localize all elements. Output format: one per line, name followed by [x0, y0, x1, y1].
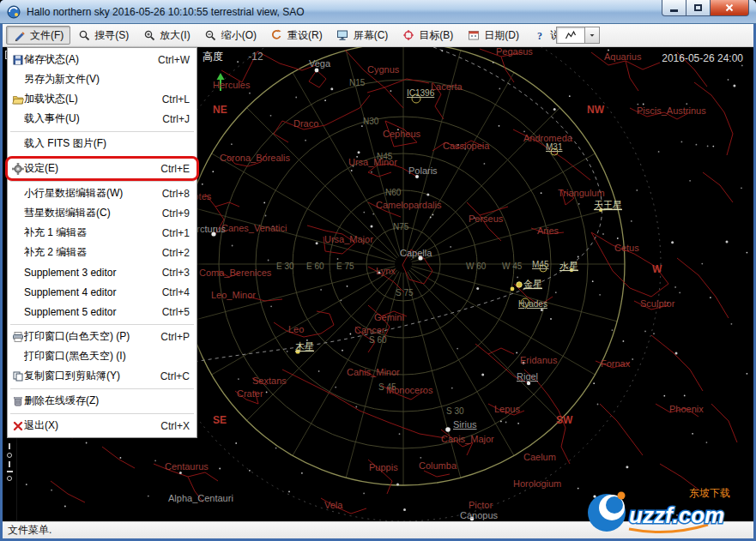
sky-label: Triangulum	[558, 188, 605, 198]
file-menu-item-彗星数据编辑器(C)[interactable]: 彗星数据编辑器(C)Ctrl+9	[8, 203, 197, 223]
menubar-item-文件(F)[interactable]: 文件(F)	[6, 26, 70, 45]
menubar-item-重设(R)[interactable]: 重设(R)	[263, 26, 330, 45]
exit-icon	[11, 419, 24, 432]
menu-item-shortcut: Ctrl+C	[160, 370, 190, 382]
toolbar-circle-icon[interactable]	[7, 453, 12, 458]
menu-item-label: 小行星数据编辑器(W)	[24, 186, 154, 201]
chart-mode-dropdown[interactable]	[585, 27, 600, 44]
menu-item-shortcut: Ctrl+9	[162, 207, 190, 219]
maximize-button[interactable]	[686, 0, 711, 16]
file-menu-item-另存为新文件(V)[interactable]: 另存为新文件(V)	[8, 69, 197, 89]
star-dot	[541, 309, 543, 311]
menu-item-label: 补充 2 编辑器	[24, 245, 154, 260]
sky-label: Eridanus	[520, 355, 558, 365]
menubar-item-搜寻(S)[interactable]: 搜寻(S)	[70, 26, 136, 45]
file-menu-item-复制窗口到剪贴簿(Y)[interactable]: 复制窗口到剪贴簿(Y)Ctrl+C	[8, 366, 197, 386]
trash-icon	[11, 394, 24, 407]
window-title: Hallo northern sky 2016-05-26 10:10:55 t…	[27, 6, 305, 18]
menu-item-shortcut: Ctrl+8	[162, 188, 190, 200]
sky-label: 水星	[559, 261, 578, 271]
watermark-site: uzzf.com	[629, 502, 724, 528]
star-dot	[358, 151, 360, 153]
star-dot	[644, 331, 646, 333]
star-dot	[26, 484, 27, 485]
sky-label: W	[652, 263, 662, 275]
file-menu-item-Supplement 4 editor[interactable]: Supplement 4 editorCtrl+4	[8, 282, 197, 302]
chart-mode-button[interactable]	[556, 27, 585, 44]
star-dot	[500, 421, 502, 423]
star-dot	[681, 141, 683, 143]
app-icon	[7, 5, 21, 19]
grid-spoke	[408, 73, 514, 257]
menubar-item-目标(B)[interactable]: 目标(B)	[395, 26, 460, 45]
file-menu-item-储存状态(A)[interactable]: 储存状态(A)Ctrl+W	[8, 50, 197, 69]
star-dot	[432, 214, 434, 216]
menu-item-shortcut: Ctrl+L	[162, 93, 190, 105]
star-dot	[569, 95, 571, 97]
sky-label: SW	[556, 414, 573, 426]
star-dot	[396, 484, 399, 486]
menu-item-label: 载入 FITS 图片(F)	[24, 136, 181, 151]
toolbar-circle-icon[interactable]	[7, 476, 12, 481]
sky-label: NW	[587, 104, 605, 116]
file-menu-item-Supplement 3 editor[interactable]: Supplement 3 editorCtrl+3	[8, 262, 197, 282]
file-menu-item-设定(E)[interactable]: 设定(E)Ctrl+E	[8, 159, 197, 178]
menubar-item-放大(I)[interactable]: 放大(I)	[136, 26, 197, 45]
grid-spoke	[412, 267, 618, 322]
minimize-icon	[670, 9, 678, 12]
star-dot	[371, 171, 372, 173]
menubar-item-缩小(O)[interactable]: 缩小(O)	[197, 26, 263, 45]
star-dot	[476, 287, 479, 290]
file-menu-item-载入 FITS 图片(F)[interactable]: 载入 FITS 图片(F)	[8, 134, 197, 153]
toolbar-dash-icon[interactable]	[7, 471, 13, 472]
constellation-line	[309, 70, 326, 87]
minimize-button[interactable]	[662, 0, 686, 16]
star-dot	[399, 433, 401, 435]
file-menu-item-打印窗口(白色天空) (P)[interactable]: 打印窗口(白色天空) (P)Ctrl+P	[8, 327, 197, 346]
star-dot	[450, 246, 451, 248]
file-menu-item-补充 2 编辑器[interactable]: 补充 2 编辑器Ctrl+2	[8, 243, 197, 262]
star-dot	[219, 468, 221, 470]
menubar-item-屏幕(C)[interactable]: 屏幕(C)	[330, 26, 396, 45]
star-dot	[390, 90, 392, 92]
file-menu-item-打印窗口(黑色天空) (I)[interactable]: 打印窗口(黑色天空) (I)	[8, 346, 197, 366]
star-dot	[741, 65, 743, 67]
constellation-line	[651, 335, 703, 391]
blank-icon	[11, 226, 24, 239]
sky-label: E 75	[336, 261, 354, 271]
sky-label: Sextans	[252, 376, 287, 386]
file-menu-item-Supplement 5 editor[interactable]: Supplement 5 editorCtrl+5	[8, 302, 197, 322]
blank-icon	[11, 305, 24, 318]
file-menu-item-加载状态(L)[interactable]: 加载状态(L)Ctrl+L	[8, 89, 197, 109]
gear-icon	[11, 162, 24, 175]
sky-label: N75	[393, 222, 409, 231]
menubar-item-日期(D)[interactable]: 日期(D)	[460, 26, 526, 45]
file-menu-item-补充 1 编辑器[interactable]: 补充 1 编辑器Ctrl+1	[8, 223, 197, 243]
star-dot	[671, 241, 674, 243]
sky-label: Lynx	[376, 266, 396, 276]
sky-label: Pictor	[469, 500, 493, 510]
star-dot	[623, 340, 625, 342]
file-menu-item-载入事件(U)[interactable]: 载入事件(U)Ctrl+J	[8, 109, 197, 129]
close-button[interactable]	[711, 0, 749, 16]
sky-label: Capella	[400, 248, 432, 258]
toolbar-mark-icon[interactable]	[9, 461, 10, 467]
file-menu-item-退出(X)[interactable]: 退出(X)Ctrl+X	[8, 416, 197, 436]
file-menu-item-删除在线缓存(Z)[interactable]: 删除在线缓存(Z)	[8, 391, 197, 411]
sun-symbol	[517, 282, 522, 287]
menu-item-label: 复制窗口到剪贴簿(Y)	[24, 369, 152, 383]
toolbar-mark-icon[interactable]	[9, 443, 10, 449]
star-dot	[523, 130, 525, 132]
sky-label: Cassiopeia	[443, 141, 490, 151]
file-menu-item-小行星数据编辑器(W)[interactable]: 小行星数据编辑器(W)Ctrl+8	[8, 183, 197, 203]
screen-icon	[336, 29, 349, 42]
star-dot	[430, 217, 432, 219]
star-dot	[733, 85, 735, 87]
sky-label: E 30	[276, 261, 294, 271]
menu-item-label: Supplement 4 editor	[24, 286, 154, 298]
menubar-item-label: 日期(D)	[484, 28, 519, 43]
bright-star-dot	[527, 382, 530, 385]
star-dot	[707, 146, 709, 147]
menu-item-label: 彗星数据编辑器(C)	[24, 206, 154, 220]
star-dot	[451, 388, 453, 389]
